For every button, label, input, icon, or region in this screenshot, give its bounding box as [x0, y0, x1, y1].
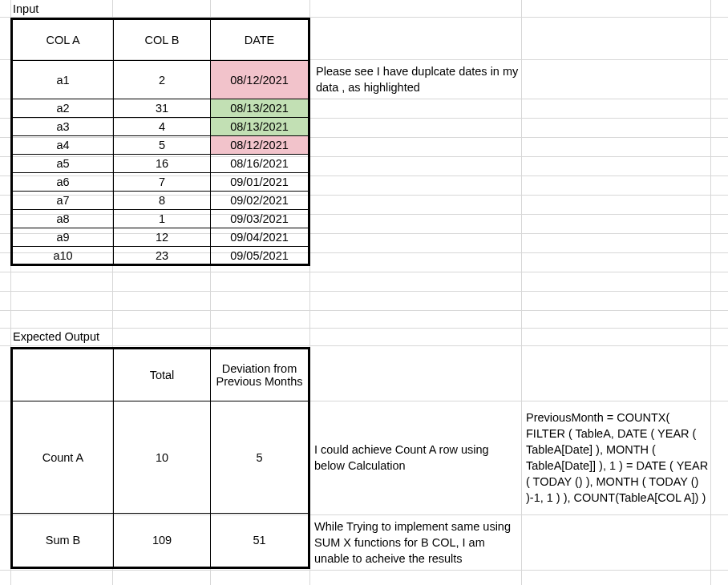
cell-col-b: 23 — [114, 247, 211, 265]
output-header-deviation: Deviation from Previous Months — [211, 349, 309, 401]
cell-date: 09/01/2021 — [211, 173, 309, 192]
cell-col-b: 16 — [114, 155, 211, 173]
output-row-sum-b: Sum B 109 51 — [12, 514, 309, 568]
input-table: COL A COL B DATE a1208/12/2021a23108/13/… — [10, 18, 310, 266]
output-row-deviation: 51 — [211, 514, 309, 568]
formula-previous-month: PreviousMonth = COUNTX( FILTER ( TableA,… — [523, 402, 709, 513]
cell-col-b: 5 — [114, 136, 211, 155]
input-table-row: a91209/04/2021 — [12, 228, 309, 247]
output-header-total: Total — [114, 349, 211, 401]
output-row-label: Sum B — [12, 514, 114, 568]
output-row-count-a: Count A 10 5 — [12, 401, 309, 514]
cell-col-b: 31 — [114, 99, 211, 118]
cell-col-a: a5 — [12, 155, 114, 173]
note-duplicate-dates: Please see I have duplcate dates in my d… — [313, 63, 520, 97]
cell-col-a: a10 — [12, 247, 114, 265]
cell-col-a: a4 — [12, 136, 114, 155]
input-table-header-row: COL A COL B DATE — [12, 19, 309, 61]
input-table-row: a102309/05/2021 — [12, 247, 309, 265]
cell-col-a: a9 — [12, 228, 114, 247]
output-row-total: 109 — [114, 514, 211, 568]
input-table-row: a23108/13/2021 — [12, 99, 309, 118]
cell-col-a: a8 — [12, 210, 114, 228]
section-label-expected-output: Expected Output — [11, 329, 99, 345]
output-table: Total Deviation from Previous Months Cou… — [10, 347, 310, 569]
input-table-row: a6709/01/2021 — [12, 173, 309, 192]
cell-date: 08/16/2021 — [211, 155, 309, 173]
spreadsheet-sheet: Input COL A COL B DATE a1208/12/2021a231… — [0, 0, 728, 585]
cell-date: 08/12/2021 — [211, 61, 309, 99]
input-header-col-a: COL A — [12, 19, 114, 61]
input-header-date: DATE — [211, 19, 309, 61]
cell-col-a: a3 — [12, 118, 114, 136]
cell-col-a: a2 — [12, 99, 114, 118]
cell-date: 09/02/2021 — [211, 192, 309, 210]
input-table-row: a4508/12/2021 — [12, 136, 309, 155]
cell-date: 09/05/2021 — [211, 247, 309, 265]
input-table-row: a51608/16/2021 — [12, 155, 309, 173]
note-count-a: I could achieve Count A row using below … — [311, 402, 518, 513]
cell-col-a: a6 — [12, 173, 114, 192]
cell-col-b: 4 — [114, 118, 211, 136]
output-table-header-row: Total Deviation from Previous Months — [12, 349, 309, 401]
output-header-blank — [12, 349, 114, 401]
cell-col-b: 12 — [114, 228, 211, 247]
cell-col-b: 2 — [114, 61, 211, 99]
cell-date: 08/13/2021 — [211, 99, 309, 118]
cell-col-b: 7 — [114, 173, 211, 192]
input-table-row: a7809/02/2021 — [12, 192, 309, 210]
input-table-row: a1208/12/2021 — [12, 61, 309, 99]
output-row-deviation: 5 — [211, 401, 309, 514]
note-sum-b: While Trying to implement same using SUM… — [311, 516, 518, 569]
cell-date: 08/13/2021 — [211, 118, 309, 136]
input-table-row: a8109/03/2021 — [12, 210, 309, 228]
cell-date: 09/03/2021 — [211, 210, 309, 228]
cell-col-b: 1 — [114, 210, 211, 228]
cell-date: 09/04/2021 — [211, 228, 309, 247]
section-label-input: Input — [11, 1, 38, 18]
cell-date: 08/12/2021 — [211, 136, 309, 155]
input-header-col-b: COL B — [114, 19, 211, 61]
output-row-label: Count A — [12, 401, 114, 514]
output-row-total: 10 — [114, 401, 211, 514]
input-table-row: a3408/13/2021 — [12, 118, 309, 136]
cell-col-a: a7 — [12, 192, 114, 210]
cell-col-b: 8 — [114, 192, 211, 210]
cell-col-a: a1 — [12, 61, 114, 99]
